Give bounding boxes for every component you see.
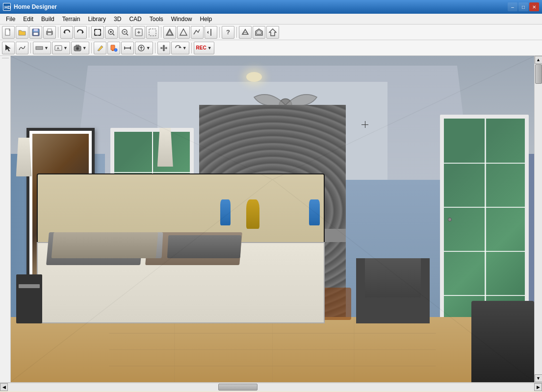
svg-rect-5 [33,32,38,35]
scroll-up-arrow[interactable]: ▲ [535,56,542,64]
svg-line-36 [207,32,208,33]
menu-edit[interactable]: Edit [19,14,37,24]
print-button[interactable] [43,26,56,39]
rotate-tool-button[interactable]: ▼ [171,42,189,54]
menu-library[interactable]: Library [84,14,110,24]
wall-tool-button[interactable]: ▼ [33,42,51,54]
view-floor-button[interactable] [253,26,265,39]
svg-marker-33 [180,29,187,35]
pillow-5 [167,235,242,258]
scroll-thumb[interactable] [535,64,542,84]
bottom-area: ◀ ▶ [0,382,542,391]
scroll-left-arrow[interactable]: ◀ [0,383,8,391]
armchair-seat [356,297,429,323]
camera-button[interactable]: ▼ [71,42,89,54]
main-area: ▲ ▼ [0,56,542,382]
restore-button[interactable]: □ [518,2,528,11]
nightstand [16,274,42,323]
vase-1 [220,199,231,225]
toolbar2-separator-1 [30,43,31,53]
toolbar-separator-2 [89,27,89,38]
select-tool-button[interactable] [2,42,15,54]
svg-marker-58 [160,45,167,51]
svg-marker-41 [5,45,11,51]
svg-text:A: A [57,47,59,50]
svg-marker-40 [269,29,276,36]
svg-rect-37 [243,32,247,34]
toolbar-b-button[interactable] [177,26,190,39]
paint-tool-button[interactable] [107,42,120,54]
toolbar-d-button[interactable] [205,26,217,39]
menu-tools[interactable]: Tools [146,14,167,24]
zoom-fit-button[interactable] [91,26,104,39]
toolbar-2: ▼ A ▼ ▼ ▼ ▼ REC ▼ [0,40,542,56]
zoom-out-button[interactable] [119,26,131,39]
nightstand-alarm [19,284,40,288]
dimension-tool-button[interactable] [121,42,134,54]
app-icon: HD [3,3,11,11]
toolbar-separator-3 [161,27,161,38]
scroll-down-arrow[interactable]: ▼ [535,374,542,382]
minimize-button[interactable]: – [508,2,517,11]
h-scroll-thumb[interactable] [218,384,258,391]
menu-file[interactable]: File [2,14,19,24]
save-button[interactable] [29,26,42,39]
toolbar-c-button[interactable] [191,26,204,39]
svg-point-46 [76,47,79,50]
view-3d-button[interactable] [239,26,252,39]
vertical-scrollbar[interactable]: ▲ ▼ [534,56,542,382]
menu-cad[interactable]: CAD [125,14,145,24]
armchair-2 [471,301,534,383]
app-title: Home Designer [14,3,508,10]
scroll-right-arrow[interactable]: ▶ [534,383,542,391]
svg-point-51 [114,49,117,51]
window-controls: – □ ✕ [508,2,539,11]
armchair [356,258,429,323]
move-tool-button[interactable] [157,42,170,54]
toolbar-separator-5 [236,27,237,38]
menu-bar: File Edit Build Terrain Library 3D CAD T… [0,14,542,24]
svg-rect-8 [48,33,52,35]
close-button[interactable]: ✕ [529,2,539,11]
pillow-4 [52,232,158,258]
pencil-tool-button[interactable] [94,42,106,54]
record-button[interactable]: REC ▼ [194,42,214,54]
svg-rect-7 [48,29,52,31]
canvas-3d-view[interactable] [11,56,534,382]
svg-rect-47 [76,45,79,47]
polyline-tool-button[interactable] [16,42,28,54]
scroll-track[interactable] [535,64,542,374]
text-tool-button[interactable]: ▼ [135,42,153,54]
svg-rect-49 [111,45,115,50]
armchair-arm-left [356,258,365,323]
menu-build[interactable]: Build [37,14,58,24]
view-roof-button[interactable] [266,26,279,39]
zoom-realtime-button[interactable] [132,26,145,39]
toolbar-a-button[interactable] [163,26,176,39]
wall-sconce-left [16,138,32,177]
svg-line-26 [127,34,128,35]
scene [11,56,534,382]
menu-3d[interactable]: 3D [110,14,125,24]
left-sep [2,58,9,58]
room-label-button[interactable]: A ▼ [52,42,70,54]
zoom-select-button[interactable] [146,26,159,39]
new-button[interactable] [2,26,15,39]
menu-terrain[interactable]: Terrain [58,14,84,24]
h-scroll-track[interactable] [8,383,534,391]
menu-window[interactable]: Window [167,14,196,24]
open-button[interactable] [16,26,28,39]
undo-button[interactable] [60,26,73,39]
horizontal-scrollbar[interactable]: ◀ ▶ [0,383,542,391]
svg-line-23 [113,34,114,35]
svg-rect-30 [149,29,156,36]
zoom-in-button[interactable] [105,26,118,39]
svg-rect-11 [95,29,101,35]
wall-sconce-right [157,128,173,167]
toolbar-separator-4 [219,27,220,38]
menu-help[interactable]: Help [196,14,216,24]
redo-button[interactable] [74,26,87,39]
toolbar2-separator-3 [155,43,155,53]
svg-line-35 [207,31,208,32]
help-button[interactable]: ? [222,26,234,39]
